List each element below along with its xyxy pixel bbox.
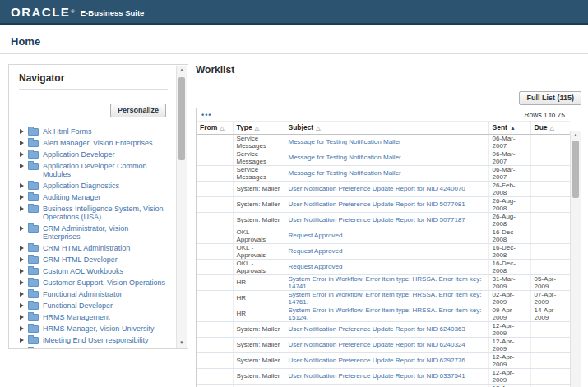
expand-arrow-icon[interactable]	[20, 183, 24, 188]
navigator-item-link[interactable]: Auditing Manager	[43, 193, 101, 201]
expand-arrow-icon[interactable]	[20, 303, 24, 308]
expand-arrow-icon[interactable]	[20, 292, 24, 297]
expand-arrow-icon[interactable]	[20, 206, 24, 211]
navigator-item-link[interactable]: Business Intelligence System, Vision Ope…	[43, 205, 168, 221]
expand-arrow-icon[interactable]	[20, 164, 24, 168]
navigator-item-link[interactable]: iMeeting End User responsibility	[43, 336, 149, 344]
expand-arrow-icon[interactable]	[20, 226, 24, 231]
worklist-row: OKL - ApprovalsRequest Approved16-Dec-20…	[197, 244, 570, 260]
expand-arrow-icon[interactable]	[20, 326, 24, 331]
navigator-item-link[interactable]: Custom AOL Workbooks	[43, 267, 123, 275]
expand-arrow-icon[interactable]	[20, 152, 24, 157]
cell-subject: System Error in Workflow. Error item typ…	[285, 306, 488, 322]
navigator-item-link[interactable]: Application Developer	[43, 150, 115, 159]
navigator-item-link[interactable]: CRM Administrator, Vision Enterprises	[43, 224, 168, 241]
expand-arrow-icon[interactable]	[20, 257, 24, 262]
column-header-from[interactable]: From△	[197, 122, 233, 135]
navigator-item-link[interactable]: Application Diagnostics	[43, 182, 119, 190]
subject-link[interactable]: User Notification Preference Update Repo…	[289, 357, 465, 364]
scroll-down-icon[interactable]: ▼	[177, 339, 187, 347]
navigator-item-link[interactable]: Functional Administrator	[43, 290, 123, 298]
folder-icon	[28, 291, 39, 298]
cell-type: System: Mailer	[233, 369, 285, 385]
column-header-subject[interactable]: Subject△	[285, 122, 488, 135]
navigator-item-link[interactable]: iMeeting Guest user responsibility	[43, 348, 154, 349]
subject-link[interactable]: Message for Testing Notification Mailer	[289, 138, 401, 145]
cell-due	[530, 182, 570, 197]
expand-arrow-icon[interactable]	[20, 338, 24, 343]
subject-link[interactable]: Request Approved	[289, 232, 343, 239]
subject-link[interactable]: Message for Testing Notification Mailer	[289, 169, 401, 177]
worklist-row: System: MailerUser Notification Preferen…	[197, 182, 570, 197]
cell-type: Service Messages	[233, 135, 285, 150]
subject-link[interactable]: System Error in Workflow. Error item typ…	[289, 306, 482, 321]
cell-type: HR	[233, 291, 285, 306]
expand-arrow-icon[interactable]	[20, 195, 24, 200]
navigator-item-link[interactable]: Alert Manager, Vision Enterprises	[43, 139, 152, 147]
worklist-row: Service MessagesMessage for Testing Noti…	[197, 135, 570, 150]
subject-link[interactable]: Request Approved	[289, 247, 343, 255]
subject-link[interactable]: User Notification Preference Update Repo…	[289, 372, 465, 380]
cell-sent: 12-Apr-2009	[488, 338, 530, 353]
expand-arrow-icon[interactable]	[20, 280, 24, 285]
navigator-item: Application Diagnostics	[19, 182, 168, 190]
navigator-item-link[interactable]: CRM HTML Developer	[43, 256, 118, 264]
navigator-item-link[interactable]: HRMS Manager, Vision University	[43, 325, 154, 333]
cell-from	[197, 228, 233, 244]
expand-arrow-icon[interactable]	[20, 141, 24, 145]
navigator-item-link[interactable]: HRMS Management	[43, 313, 110, 321]
navigator-item-link[interactable]: Customer Support, Vision Operations	[43, 279, 165, 287]
cell-due	[530, 385, 570, 387]
folder-icon	[28, 325, 39, 333]
subject-link[interactable]: User Notification Preference Update Repo…	[289, 200, 465, 208]
subject-link[interactable]: System Error in Workflow. Error item typ…	[289, 275, 482, 290]
navigator-item: CRM HTML Developer	[19, 256, 168, 264]
cell-from	[197, 150, 233, 166]
subject-link[interactable]: User Notification Preference Update Repo…	[289, 325, 465, 333]
scroll-up-icon[interactable]: ▲	[571, 131, 581, 139]
cell-due	[530, 228, 570, 244]
sortable-icon: △	[220, 125, 224, 131]
column-header-type[interactable]: Type△	[233, 122, 285, 135]
subject-link[interactable]: User Notification Preference Update Repo…	[289, 341, 465, 348]
navigator-title: Navigator	[19, 72, 168, 90]
cell-from	[197, 275, 233, 291]
column-label: Subject	[289, 123, 314, 131]
navigator-scrollbar[interactable]: ▲ ▼	[176, 66, 187, 348]
personalize-button[interactable]: Personalize	[110, 104, 166, 117]
column-header-sent[interactable]: Sent▲	[488, 122, 530, 135]
cell-subject: User Notification Preference Update Repo…	[285, 338, 488, 353]
expand-arrow-icon[interactable]	[20, 246, 24, 251]
navigator-item-link[interactable]: CRM HTML Administration	[43, 244, 130, 252]
navigator-item-link[interactable]: Ak Html Forms	[43, 127, 92, 136]
subject-link[interactable]: User Notification Preference Update Repo…	[289, 185, 465, 192]
worklist-row: System: MailerUser Notification Preferen…	[197, 369, 570, 385]
subject-link[interactable]: User Notification Preference Update Repo…	[289, 216, 465, 223]
scrollbar-thumb[interactable]	[572, 141, 579, 198]
subject-link[interactable]: System Error in Workflow. Error item typ…	[289, 291, 482, 306]
navigator-item: Application Developer	[19, 150, 168, 159]
cell-sent: 16-Dec-2008	[488, 244, 530, 260]
column-header-due[interactable]: Due△	[530, 122, 570, 135]
full-list-button[interactable]: Full List (115)	[519, 91, 581, 105]
cell-sent: 09-Apr-2009	[488, 306, 530, 322]
navigator-item-link[interactable]: Application Developer Common Modules	[43, 162, 168, 178]
subject-link[interactable]: Message for Testing Notification Mailer	[289, 154, 401, 161]
cell-from	[197, 166, 233, 182]
subject-link[interactable]: Request Approved	[289, 263, 343, 270]
top-bar: ORACLE® E-Business Suite	[0, 0, 588, 25]
scroll-up-icon[interactable]: ▲	[177, 67, 187, 74]
expand-arrow-icon[interactable]	[20, 315, 24, 320]
worklist-scrollbar[interactable]: ▲ ▼	[570, 131, 581, 387]
cell-due: 07-Apr-2009	[530, 291, 570, 306]
navigator-list: Ak Html FormsAlert Manager, Vision Enter…	[19, 127, 168, 349]
scrollbar-thumb[interactable]	[178, 77, 185, 160]
expand-arrow-icon[interactable]	[20, 129, 24, 134]
table-actions-ellipsis-icon[interactable]: •••	[201, 111, 211, 119]
expand-arrow-icon[interactable]	[20, 269, 24, 274]
worklist-row: OKL - ApprovalsRequest Approved16-Dec-20…	[197, 228, 570, 244]
cell-sent: 06-Mar-2007	[488, 150, 530, 166]
cell-subject: User Notification Preference Update Repo…	[285, 182, 488, 197]
sort-ascending-icon: ▲	[510, 125, 516, 131]
navigator-item-link[interactable]: Functional Developer	[43, 302, 113, 310]
